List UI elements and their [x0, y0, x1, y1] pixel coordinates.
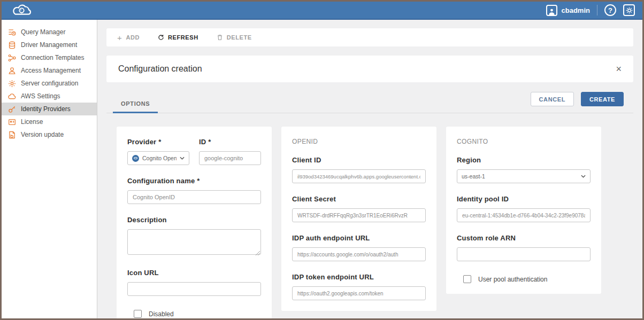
- field-client-secret: Client Secret: [292, 195, 426, 222]
- main-content: + ADD REFRESH DELETE: [97, 20, 642, 318]
- user-pool-auth-checkbox-row: User pool authentication: [463, 275, 591, 283]
- provider-badge-icon: [132, 155, 139, 162]
- sidebar-item-driver-management[interactable]: Driver Management: [2, 38, 97, 51]
- sidebar-item-label: Version update: [21, 131, 64, 138]
- sidebar-item-identity-providers[interactable]: Identity Providers: [2, 103, 97, 115]
- trash-icon: [217, 34, 223, 41]
- region-value: us-east-1: [462, 173, 578, 179]
- openid-panel: OPENID Client ID Client Secret IDP auth …: [281, 127, 436, 311]
- client-id-input[interactable]: [292, 169, 426, 183]
- help-icon[interactable]: ?: [604, 4, 616, 16]
- configuration-name-input[interactable]: [127, 190, 261, 204]
- topbar-divider: [597, 5, 597, 15]
- cognito-panel: COGNITO Region us-east-1 Identity pool I…: [446, 127, 601, 294]
- tab-options[interactable]: OPTIONS: [113, 100, 158, 113]
- description-textarea[interactable]: [127, 229, 261, 255]
- key-icon: [8, 105, 16, 113]
- items-toolbar: + ADD REFRESH DELETE: [106, 28, 633, 46]
- field-idp-auth-endpoint: IDP auth endpoint URL: [292, 234, 426, 261]
- delete-button[interactable]: DELETE: [217, 34, 252, 41]
- sidebar-item-server-configuration[interactable]: Server configuration: [2, 77, 97, 90]
- chevron-down-icon: [581, 175, 586, 178]
- disabled-checkbox-row: Disabled: [134, 310, 261, 318]
- sidebar-item-label: Connection Templates: [21, 54, 85, 61]
- page-title: Configuration creation: [118, 64, 202, 74]
- configuration-form: Provider * Cognito OpenId ID *: [117, 127, 633, 318]
- id-label: ID *: [199, 138, 261, 146]
- configuration-creation-header: Configuration creation ×: [106, 56, 633, 82]
- idp-token-endpoint-label: IDP token endpoint URL: [292, 273, 426, 281]
- idp-token-endpoint-input[interactable]: [292, 286, 426, 300]
- custom-role-arn-input[interactable]: [457, 247, 591, 261]
- provider-label: Provider *: [127, 138, 189, 146]
- region-label: Region: [457, 156, 591, 164]
- form-tabs-row: OPTIONS CANCEL CREATE: [106, 90, 633, 113]
- region-select[interactable]: us-east-1: [457, 169, 591, 183]
- top-bar: cbadmin ?: [2, 2, 642, 20]
- sidebar-item-access-management[interactable]: Access Management: [2, 64, 97, 77]
- refresh-button[interactable]: REFRESH: [158, 34, 198, 41]
- provider-select[interactable]: Cognito OpenId: [127, 151, 189, 165]
- field-provider: Provider * Cognito OpenId: [127, 138, 189, 165]
- sidebar-item-label: Access Management: [21, 67, 81, 74]
- sidebar-item-license[interactable]: License: [2, 115, 97, 128]
- chevron-down-icon: [180, 157, 185, 160]
- settings-gear-icon[interactable]: [623, 4, 635, 16]
- user-menu[interactable]: cbadmin: [546, 5, 590, 16]
- client-secret-input[interactable]: [292, 208, 426, 222]
- create-button[interactable]: CREATE: [581, 92, 624, 106]
- gear-icon: [8, 80, 16, 88]
- sidebar-item-label: Query Manager: [21, 28, 65, 36]
- field-icon-url: Icon URL: [127, 269, 261, 296]
- identity-pool-id-label: Identity pool ID: [457, 195, 591, 203]
- id-input[interactable]: [199, 151, 261, 165]
- cognito-section-header: COGNITO: [457, 138, 591, 145]
- close-icon[interactable]: ×: [616, 64, 622, 74]
- sidebar-item-version-update[interactable]: Version update: [2, 128, 97, 141]
- configuration-name-label: Configuration name *: [127, 177, 261, 185]
- field-idp-token-endpoint: IDP token endpoint URL: [292, 273, 426, 300]
- field-identity-pool-id: Identity pool ID: [457, 195, 591, 222]
- field-region: Region us-east-1: [457, 156, 591, 183]
- sidebar-item-connection-templates[interactable]: Connection Templates: [2, 51, 97, 64]
- app-window: cbadmin ? Query Manager: [0, 0, 644, 320]
- form-actions: CANCEL CREATE: [531, 92, 624, 106]
- field-custom-role-arn: Custom role ARN: [457, 234, 591, 261]
- document-refresh-icon: [8, 131, 16, 139]
- sidebar-item-label: Server configuration: [21, 80, 78, 87]
- identity-pool-id-input[interactable]: [457, 208, 591, 222]
- client-secret-label: Client Secret: [292, 195, 426, 203]
- disabled-checkbox[interactable]: [134, 310, 142, 318]
- user-pool-auth-label: User pool authentication: [478, 276, 547, 283]
- field-description: Description: [127, 216, 261, 257]
- icon-url-label: Icon URL: [127, 269, 261, 277]
- description-label: Description: [127, 216, 261, 224]
- admin-sidebar: Query Manager Driver Management Connecti…: [2, 20, 97, 318]
- custom-role-arn-label: Custom role ARN: [457, 234, 591, 242]
- query-manager-icon: [8, 28, 16, 36]
- user-pool-auth-checkbox[interactable]: [463, 275, 471, 283]
- cloud-icon: [8, 92, 16, 100]
- sidebar-item-aws-settings[interactable]: AWS Settings: [2, 90, 97, 103]
- idp-auth-endpoint-label: IDP auth endpoint URL: [292, 234, 426, 242]
- license-card-icon: [8, 118, 16, 126]
- add-button[interactable]: + ADD: [117, 34, 140, 42]
- client-id-label: Client ID: [292, 156, 426, 164]
- general-panel: Provider * Cognito OpenId ID *: [117, 127, 272, 318]
- idp-auth-endpoint-input[interactable]: [292, 247, 426, 261]
- disabled-label: Disabled: [149, 310, 174, 318]
- network-nodes-icon: [8, 54, 16, 62]
- sidebar-item-label: AWS Settings: [21, 92, 60, 100]
- field-client-id: Client ID: [292, 156, 426, 183]
- cloudbeaver-logo-icon: [11, 3, 34, 18]
- user-avatar-icon: [546, 5, 557, 16]
- sidebar-item-label: Identity Providers: [21, 105, 71, 113]
- field-configuration-name: Configuration name *: [127, 177, 261, 204]
- refresh-icon: [158, 34, 164, 41]
- cancel-button[interactable]: CANCEL: [531, 92, 574, 106]
- sidebar-item-query-manager[interactable]: Query Manager: [2, 26, 97, 38]
- sidebar-item-label: License: [21, 118, 43, 126]
- icon-url-input[interactable]: [127, 282, 261, 296]
- plus-icon: +: [117, 34, 122, 42]
- username-label: cbadmin: [562, 6, 590, 14]
